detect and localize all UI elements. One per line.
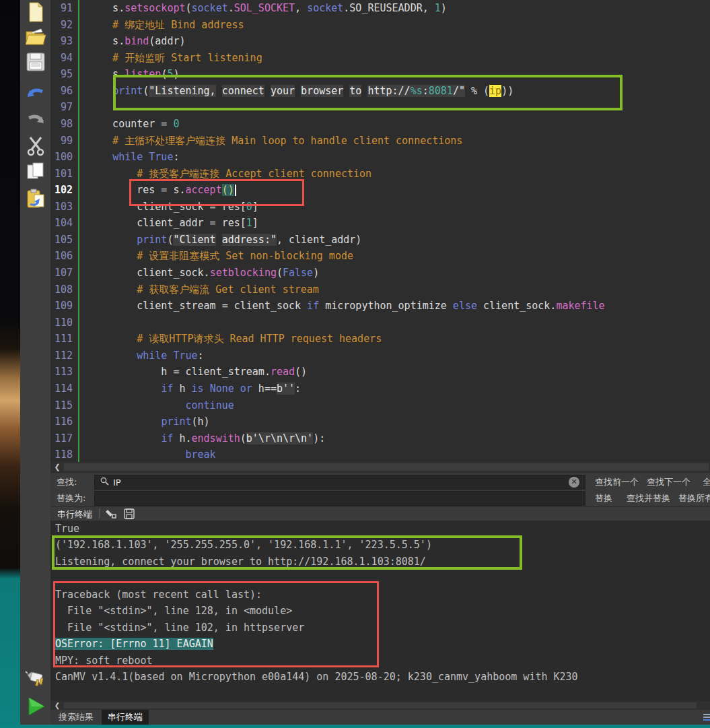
code-line[interactable]: 100 while True: <box>50 149 710 166</box>
cut-icon[interactable] <box>25 135 46 156</box>
search-input[interactable]: IP ✕ <box>94 475 585 490</box>
line-number: 107 <box>50 265 78 282</box>
find-and-replace-button[interactable]: 查找并替换 <box>627 492 670 504</box>
code-text: while True: <box>88 149 179 166</box>
code-line[interactable]: 113 h = client_stream.read() <box>50 364 710 380</box>
terminal-line: File "<stdin>", line 102, in httpserver <box>50 620 710 636</box>
find-replace-bar: 查找: IP ✕ 查找前一个 查找下一个 全部 替换为: <box>50 472 710 507</box>
clear-terminal-icon[interactable] <box>106 508 118 520</box>
redo-icon[interactable] <box>25 110 46 131</box>
code-line[interactable]: 105 print("Client address:", client_addr… <box>50 232 710 249</box>
code-line[interactable]: 101 # 接受客户端连接 Accept client connection <box>50 166 710 183</box>
line-number: 100 <box>50 149 78 166</box>
line-number: 101 <box>50 166 78 183</box>
code-text: break <box>88 446 216 462</box>
code-line[interactable]: 93 s.bind(addr) <box>50 33 710 50</box>
scroll-left-arrow-icon[interactable]: ❮ <box>52 701 62 710</box>
code-line[interactable]: 91 s.setsockopt(socket.SOL_SOCKET, socke… <box>50 0 710 17</box>
replace-label: 替换为: <box>57 492 85 504</box>
run-icon[interactable] <box>25 696 46 717</box>
code-line[interactable]: 108 # 获取客户端流 Get client stream <box>50 282 710 298</box>
code-text: s.bind(addr) <box>88 33 186 50</box>
save-file-icon[interactable] <box>25 51 46 73</box>
code-text: client_addr = res[1] <box>88 215 258 232</box>
line-number: 111 <box>50 331 78 348</box>
code-line[interactable]: 114 if h is None or h==b'': <box>50 380 710 397</box>
code-text: res = s.accept() <box>88 182 236 199</box>
code-line[interactable]: 106 # 设置非阻塞模式 Set non-blocking mode <box>50 248 710 265</box>
code-line[interactable]: 116 print(h) <box>50 413 710 430</box>
toolbar <box>20 0 50 725</box>
replace-all-button[interactable]: 替换所有 <box>678 492 710 504</box>
connect-plug-icon[interactable] <box>25 668 46 690</box>
find-next-button[interactable]: 查找下一个 <box>647 476 690 488</box>
taskbar-edge-strip <box>0 725 710 728</box>
code-line[interactable]: 115 continue <box>50 397 710 414</box>
terminal-line: ('192.168.1.103', '255.255.255.0', '192.… <box>50 537 710 553</box>
code-line[interactable]: 109 client_stream = client_sock if micro… <box>50 298 710 315</box>
code-line[interactable]: 92 # 绑定地址 Bind address <box>50 17 710 34</box>
code-text: print("Listening, connect your browser t… <box>88 83 513 100</box>
code-line[interactable]: 99 # 主循环处理客户端连接 Main loop to handle clie… <box>50 133 710 150</box>
code-line[interactable]: 111 # 读取HTTP请求头 Read HTTP request header… <box>50 331 710 348</box>
code-text: print("Client address:", client_addr) <box>88 232 361 249</box>
code-line[interactable]: 98 counter = 0 <box>50 116 710 133</box>
scroll-left-arrow-icon[interactable]: ❮ <box>52 462 62 472</box>
new-file-icon[interactable] <box>25 1 46 23</box>
serial-terminal-output[interactable]: True('192.168.1.103', '255.255.255.0', '… <box>50 521 710 701</box>
close-search-icon[interactable]: ✕ <box>569 477 579 488</box>
ide-window: 91 s.setsockopt(socket.SOL_SOCKET, socke… <box>20 0 710 725</box>
find-previous-button[interactable]: 查找前一个 <box>595 476 639 488</box>
tab-search-results[interactable]: 搜索结果 <box>52 710 100 725</box>
code-line[interactable]: 95 s.listen(5) <box>50 66 710 83</box>
find-all-button[interactable]: 全部 <box>703 476 710 488</box>
terminal-title: 串行终端 <box>57 508 92 521</box>
code-line[interactable]: 117 if h.endswith(b'\r\n\r\n'): <box>50 430 710 447</box>
code-line[interactable]: 107 client_sock.setblocking(False) <box>50 265 710 282</box>
code-line[interactable]: 102 res = s.accept() <box>50 182 710 199</box>
scrollbar-thumb[interactable] <box>64 463 709 471</box>
code-line[interactable]: 104 client_addr = res[1] <box>50 215 710 232</box>
save-log-icon[interactable] <box>123 508 135 520</box>
line-number: 98 <box>50 116 78 133</box>
code-text: if h is None or h==b'': <box>88 380 301 397</box>
code-line[interactable]: 103 client_sock = res[0] <box>50 199 710 216</box>
line-number: 113 <box>50 364 78 380</box>
line-number: 115 <box>50 397 78 414</box>
code-editor[interactable]: 91 s.setsockopt(socket.SOL_SOCKET, socke… <box>50 0 710 462</box>
toolbar-separator <box>99 508 100 519</box>
terminal-line: Listening, connect your browser to http:… <box>50 554 710 570</box>
code-line[interactable]: 118 break <box>50 446 710 462</box>
open-file-icon[interactable] <box>25 26 46 47</box>
terminal-horizontal-scrollbar[interactable]: ❮ <box>50 701 710 710</box>
code-text: s.listen(5) <box>88 66 179 83</box>
line-number: 116 <box>50 413 78 430</box>
canmv-ide-window: 91 s.setsockopt(socket.SOL_SOCKET, socke… <box>0 0 710 728</box>
line-number: 106 <box>50 248 78 265</box>
line-number: 97 <box>50 99 78 116</box>
terminal-line: File "<stdin>", line 128, in <module> <box>50 603 710 619</box>
line-number: 118 <box>50 446 78 462</box>
code-line[interactable]: 112 while True: <box>50 348 710 364</box>
line-number: 112 <box>50 348 78 364</box>
terminal-line: MPY: soft reboot <box>50 653 710 669</box>
scrollbar-thumb[interactable] <box>64 702 697 708</box>
line-number: 117 <box>50 430 78 447</box>
code-line[interactable]: 110 <box>50 315 710 331</box>
copy-icon[interactable] <box>25 161 46 183</box>
editor-horizontal-scrollbar[interactable]: ❮ <box>50 462 710 472</box>
paste-icon[interactable] <box>25 188 46 209</box>
code-line[interactable]: 97 <box>50 99 710 116</box>
code-line[interactable]: 94 # 开始监听 Start listening <box>50 50 710 67</box>
code-text: # 获取客户端流 Get client stream <box>88 282 319 298</box>
line-number: 109 <box>50 298 78 315</box>
tab-serial-terminal[interactable]: 串行终端 <box>102 710 149 725</box>
line-number: 110 <box>50 315 78 331</box>
line-number: 108 <box>50 282 78 298</box>
replace-input[interactable] <box>94 491 585 506</box>
terminal-line: OSError: [Errno 11] EAGAIN <box>50 636 710 652</box>
undo-icon[interactable] <box>25 84 46 105</box>
replace-button[interactable]: 替换 <box>595 492 612 504</box>
terminal-toolbar: 串行终端 <box>50 506 710 521</box>
code-line[interactable]: 96 print("Listening, connect your browse… <box>50 83 710 100</box>
